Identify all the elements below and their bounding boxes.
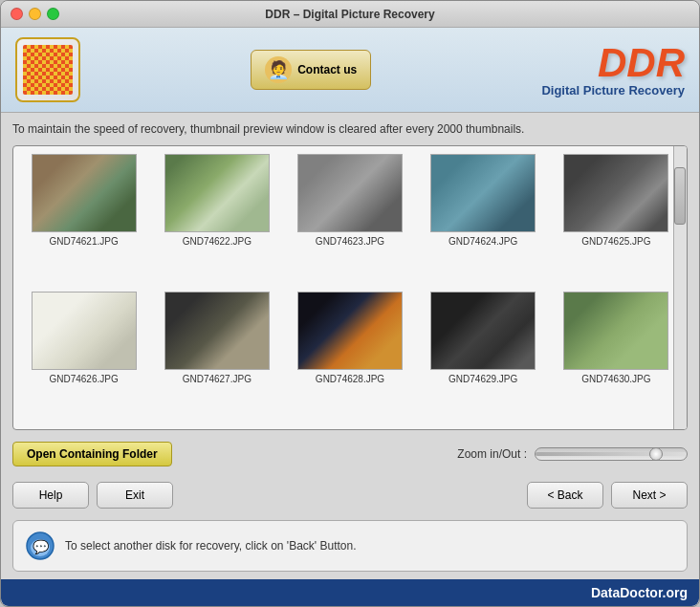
thumbnail-item[interactable]: GND74622.JPG (154, 154, 279, 284)
thumbnail-image (297, 292, 403, 370)
open-folder-button[interactable]: Open Containing Folder (12, 442, 172, 466)
thumbnail-item[interactable]: GND74625.JPG (554, 154, 679, 284)
thumbnail-grid: GND74621.JPGGND74622.JPGGND74623.JPGGND7… (13, 146, 687, 429)
thumbnail-label: GND74627.JPG (183, 374, 252, 384)
thumbnail-item[interactable]: GND74628.JPG (287, 292, 412, 422)
btn-group-left: Help Exit (12, 482, 173, 509)
main-content: To maintain the speed of recovery, thumb… (1, 113, 699, 579)
footer-text: DataDoctor.org (591, 585, 688, 600)
brand-subtitle: Digital Picture Recovery (541, 83, 685, 98)
status-message: To select another disk for recovery, cli… (65, 539, 357, 553)
thumbnail-item[interactable]: GND74623.JPG (287, 154, 412, 284)
logo-icon (23, 45, 73, 95)
title-bar: DDR – Digital Picture Recovery (1, 1, 699, 28)
help-button[interactable]: Help (12, 482, 89, 509)
info-text: To maintain the speed of recovery, thumb… (12, 120, 688, 138)
thumbnail-area[interactable]: GND74621.JPGGND74622.JPGGND74623.JPGGND7… (12, 145, 688, 430)
brand-ddr: DDR (541, 43, 685, 83)
thumbnail-label: GND74629.JPG (448, 374, 517, 384)
thumbnail-image (563, 154, 668, 232)
thumbnail-image (297, 154, 403, 232)
thumbnail-item[interactable]: GND74626.JPG (21, 292, 146, 422)
zoom-handle[interactable] (649, 447, 663, 461)
minimize-button[interactable] (29, 8, 41, 20)
svg-text:💬: 💬 (33, 539, 50, 555)
svg-rect-4 (23, 45, 73, 95)
thumbnail-image (32, 154, 137, 232)
agent-icon: 🧑‍💼 (265, 56, 292, 83)
thumbnail-label: GND74628.JPG (316, 374, 384, 384)
zoom-slider[interactable] (535, 447, 688, 461)
thumbnail-item[interactable]: GND74624.JPG (421, 154, 546, 284)
zoom-label: Zoom in/Out : (457, 447, 527, 461)
maximize-button[interactable] (47, 8, 59, 20)
thumbnail-label: GND74626.JPG (49, 374, 118, 384)
window-title: DDR – Digital Picture Recovery (265, 8, 434, 21)
thumbnail-image (430, 154, 536, 232)
close-button[interactable] (11, 8, 23, 20)
brand-area: DDR Digital Picture Recovery (541, 43, 685, 98)
scroll-thumb[interactable] (674, 167, 686, 225)
back-button[interactable]: < Back (527, 482, 603, 509)
app-logo (15, 37, 80, 102)
zoom-control: Zoom in/Out : (457, 447, 688, 461)
controls-bar: Open Containing Folder Zoom in/Out : (12, 438, 688, 470)
thumbnail-image (164, 154, 270, 232)
main-window: DDR – Digital Picture Recovery 🧑‍💼 Conta… (0, 0, 700, 607)
app-header: 🧑‍💼 Contact us DDR Digital Picture Recov… (1, 28, 699, 113)
thumbnail-item[interactable]: GND74629.JPG (421, 292, 546, 422)
info-icon: 💬 (25, 531, 55, 561)
contact-button[interactable]: 🧑‍💼 Contact us (251, 50, 371, 90)
thumbnail-label: GND74622.JPG (183, 236, 252, 247)
next-button[interactable]: Next > (611, 482, 688, 509)
thumbnail-image (164, 292, 270, 370)
btn-group-right: < Back Next > (527, 482, 688, 509)
info-box: 💬 To select another disk for recovery, c… (12, 520, 688, 572)
thumbnail-label: GND74630.JPG (581, 374, 650, 384)
thumbnail-label: GND74625.JPG (581, 236, 650, 247)
thumbnail-image (563, 292, 668, 370)
exit-button[interactable]: Exit (97, 482, 173, 509)
zoom-track (536, 452, 687, 456)
thumbnail-item[interactable]: GND74630.JPG (554, 292, 679, 422)
scrollbar[interactable] (673, 146, 687, 429)
thumbnail-item[interactable]: GND74621.JPG (21, 154, 146, 284)
traffic-lights (11, 8, 59, 20)
button-bar: Help Exit < Back Next > (12, 478, 688, 512)
thumbnail-image (32, 292, 137, 370)
footer: DataDoctor.org (1, 579, 699, 606)
thumbnail-label: GND74621.JPG (49, 236, 118, 247)
thumbnail-label: GND74623.JPG (316, 236, 384, 247)
thumbnail-item[interactable]: GND74627.JPG (154, 292, 279, 422)
thumbnail-label: GND74624.JPG (448, 236, 517, 247)
thumbnail-image (430, 292, 536, 370)
